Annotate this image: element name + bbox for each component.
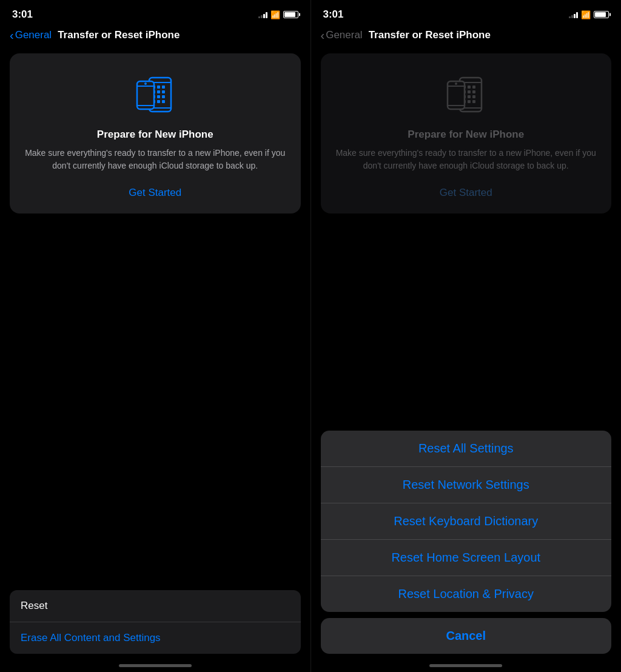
left-back-label: General <box>15 29 52 41</box>
right-battery-icon <box>594 11 609 18</box>
right-prepare-card[interactable]: Prepare for New iPhone Make sure everyth… <box>321 53 612 213</box>
left-prepare-icon <box>131 70 180 119</box>
left-nav-title: Transfer or Reset iPhone <box>58 29 180 41</box>
svg-rect-27 <box>472 90 475 93</box>
svg-rect-30 <box>472 95 475 98</box>
reset-all-settings-button[interactable]: Reset All Settings <box>321 431 612 467</box>
svg-rect-5 <box>162 86 165 89</box>
left-reset-list: Reset Erase All Content and Settings <box>10 590 301 654</box>
left-prepare-title: Prepare for New iPhone <box>97 129 213 141</box>
right-prepare-icon <box>441 70 490 119</box>
reset-network-settings-button[interactable]: Reset Network Settings <box>321 467 612 503</box>
right-get-started-button[interactable]: Get Started <box>440 184 492 201</box>
right-status-icons: 📶 <box>569 10 609 19</box>
left-prepare-card[interactable]: Prepare for New iPhone Make sure everyth… <box>10 53 301 213</box>
svg-rect-24 <box>472 86 475 89</box>
reset-location-privacy-button[interactable]: Reset Location & Privacy <box>321 576 612 612</box>
left-reset-item-erase[interactable]: Erase All Content and Settings <box>10 622 301 654</box>
svg-rect-4 <box>157 86 160 89</box>
left-reset-item-reset[interactable]: Reset <box>10 590 301 622</box>
right-time: 3:01 <box>323 8 344 21</box>
left-home-indicator <box>119 664 192 667</box>
left-battery-icon <box>283 11 298 18</box>
left-phone-panel: 3:01 📶 ‹ General Transfer or Reset iPhon… <box>0 0 310 672</box>
svg-rect-7 <box>157 90 160 93</box>
right-cancel-button[interactable]: Cancel <box>321 618 612 654</box>
left-back-chevron-icon: ‹ <box>10 29 14 41</box>
svg-rect-26 <box>468 90 471 93</box>
reset-home-screen-layout-button[interactable]: Reset Home Screen Layout <box>321 540 612 576</box>
right-wifi-icon: 📶 <box>581 10 591 19</box>
left-bottom-section: Reset Erase All Content and Settings <box>0 590 310 672</box>
right-status-bar: 3:01 📶 <box>311 0 622 27</box>
left-status-bar: 3:01 📶 <box>0 0 310 27</box>
svg-point-37 <box>455 82 457 85</box>
left-prepare-desc: Make sure everything's ready to transfer… <box>22 147 289 172</box>
right-back-label: General <box>326 29 362 41</box>
svg-rect-14 <box>162 100 165 103</box>
left-wifi-icon: 📶 <box>270 10 280 19</box>
right-nav-title: Transfer or Reset iPhone <box>369 29 491 41</box>
left-back-button[interactable]: ‹ General <box>10 29 52 41</box>
svg-rect-10 <box>157 95 160 98</box>
left-content: Prepare for New iPhone Make sure everyth… <box>0 49 310 590</box>
svg-rect-33 <box>472 100 475 103</box>
svg-rect-8 <box>162 90 165 93</box>
left-nav-bar: ‹ General Transfer or Reset iPhone <box>0 27 310 49</box>
right-signal-icon <box>569 11 578 18</box>
right-prepare-title: Prepare for New iPhone <box>408 129 524 141</box>
left-status-icons: 📶 <box>258 10 298 19</box>
right-back-chevron-icon: ‹ <box>321 29 325 41</box>
svg-point-18 <box>144 82 147 85</box>
right-content: Prepare for New iPhone Make sure everyth… <box>311 49 622 244</box>
left-get-started-button[interactable]: Get Started <box>129 184 181 201</box>
right-back-button[interactable]: ‹ General <box>321 29 363 41</box>
left-time: 3:01 <box>12 8 33 21</box>
right-prepare-desc: Make sure everything's ready to transfer… <box>333 147 600 172</box>
right-nav-bar: ‹ General Transfer or Reset iPhone <box>311 27 622 49</box>
svg-rect-29 <box>468 95 471 98</box>
svg-rect-32 <box>468 100 471 103</box>
reset-keyboard-dictionary-button[interactable]: Reset Keyboard Dictionary <box>321 503 612 540</box>
svg-rect-11 <box>162 95 165 98</box>
svg-rect-23 <box>468 86 471 89</box>
left-signal-icon <box>258 11 267 18</box>
right-home-indicator <box>429 664 502 667</box>
right-phone-panel: 3:01 📶 ‹ General Transfer or Reset iPhon… <box>311 0 622 672</box>
svg-rect-13 <box>157 100 160 103</box>
right-action-sheet: Reset All Settings Reset Network Setting… <box>321 431 612 612</box>
